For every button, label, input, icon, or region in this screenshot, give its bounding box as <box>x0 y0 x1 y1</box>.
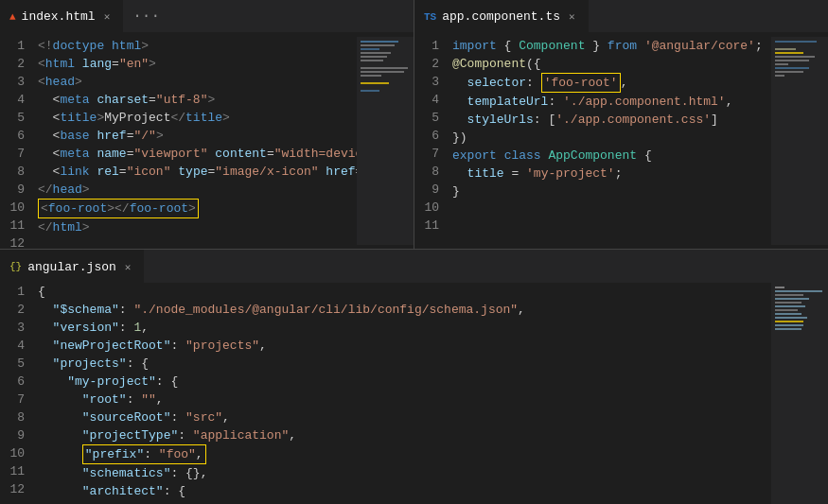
svg-rect-7 <box>361 71 404 73</box>
code-line: "version": 1, <box>38 319 771 337</box>
code-line: styleUrls: ['./app.component.css'] <box>452 111 771 129</box>
code-line: <base href="/"> <box>38 127 357 145</box>
svg-rect-23 <box>775 298 809 300</box>
svg-rect-3 <box>361 52 391 54</box>
html-icon: ▲ <box>9 11 16 23</box>
line-numbers-index-html: 123 456 789 101112 131415 <box>0 37 34 245</box>
svg-rect-0 <box>361 41 398 43</box>
code-line: "root": "", <box>38 391 771 408</box>
code-line: "$schema": "./node_modules/@angular/cli/… <box>38 301 771 319</box>
close-icon-index-html[interactable]: ✕ <box>101 9 114 24</box>
code-line: </html> <box>38 218 357 236</box>
code-line: }) <box>452 129 771 147</box>
minimap-svg <box>357 37 414 245</box>
tab-label-index-html: index.html <box>22 9 96 24</box>
svg-rect-22 <box>775 294 803 296</box>
svg-rect-17 <box>775 67 809 69</box>
code-line: <meta charset="utf-8"> <box>38 91 357 109</box>
code-line: <meta name="viewport" content="width=dev… <box>38 145 357 163</box>
code-line: "projectType": "application", <box>38 426 771 444</box>
svg-rect-20 <box>775 287 784 288</box>
svg-rect-6 <box>361 67 408 69</box>
code-line: "newProjectRoot": "projects", <box>38 337 771 355</box>
tab-label-angular-json: angular.json <box>27 260 116 274</box>
svg-rect-11 <box>775 41 817 43</box>
code-line-4-highlight: selector: 'foo-root', <box>452 73 771 93</box>
svg-rect-18 <box>775 71 803 73</box>
svg-rect-12 <box>775 48 796 50</box>
code-line: templateUrl: './app.component.html', <box>452 93 771 111</box>
code-area-index-html[interactable]: <!doctype html> <html lang="en"> <head> … <box>34 37 357 245</box>
svg-rect-14 <box>775 56 815 58</box>
more-tabs-button[interactable]: ··· <box>125 8 167 25</box>
code-line: "sourceRoot": "src", <box>38 408 771 426</box>
minimap-index-html <box>357 37 414 245</box>
code-line: "projects": { <box>38 355 771 373</box>
code-area-angular-json[interactable]: { "$schema": "./node_modules/@angular/cl… <box>34 283 771 504</box>
svg-rect-21 <box>775 290 822 292</box>
minimap-app-ts <box>771 37 828 245</box>
svg-rect-16 <box>775 63 788 65</box>
line-numbers-angular-json: 123 456 789 101112 <box>0 283 34 504</box>
code-area-app-ts[interactable]: import { Component } from '@angular/core… <box>449 37 771 245</box>
code-line: </head> <box>38 181 357 199</box>
svg-rect-25 <box>775 305 805 307</box>
svg-rect-4 <box>361 56 387 58</box>
code-line-10-highlight: "prefix": "foo", <box>38 444 771 464</box>
code-line: "my-project": { <box>38 373 771 391</box>
tab-index-html[interactable]: ▲ index.html ✕ <box>0 0 123 33</box>
code-line: <title>MyProject</title> <box>38 109 357 127</box>
code-line: } <box>452 182 771 200</box>
code-line: import { Component } from '@angular/core… <box>452 37 771 55</box>
minimap-svg-ts <box>771 37 828 245</box>
minimap-svg-json <box>771 283 828 504</box>
code-line: "architect": { <box>38 482 771 500</box>
code-line: { <box>38 283 771 301</box>
ts-icon: TS <box>424 11 436 23</box>
code-line: "schematics": {}, <box>38 464 771 482</box>
code-line: @Component({ <box>452 55 771 73</box>
json-icon: {} <box>9 261 22 272</box>
svg-rect-31 <box>775 328 802 330</box>
code-line: <head> <box>38 73 357 91</box>
tab-app-component-ts[interactable]: TS app.component.ts ✕ <box>414 0 589 33</box>
code-line: export class AppComponent { <box>452 147 771 165</box>
tab-label-app-component-ts: app.component.ts <box>442 9 560 24</box>
close-icon-angular-json[interactable]: ✕ <box>122 260 134 274</box>
svg-rect-28 <box>775 317 807 319</box>
svg-rect-26 <box>775 309 798 311</box>
svg-rect-27 <box>775 313 802 315</box>
code-line: <html lang="en"> <box>38 55 357 73</box>
svg-rect-1 <box>361 44 395 46</box>
svg-rect-13 <box>775 52 803 54</box>
svg-rect-15 <box>775 60 809 61</box>
svg-rect-10 <box>361 90 379 92</box>
minimap-angular-json <box>771 283 828 504</box>
code-line: <link rel="icon" type="image/x-icon" hre… <box>38 163 357 181</box>
svg-rect-19 <box>775 75 784 77</box>
svg-rect-5 <box>361 60 383 61</box>
svg-rect-2 <box>361 48 379 50</box>
svg-rect-29 <box>775 321 803 322</box>
svg-rect-8 <box>361 75 381 77</box>
svg-rect-9 <box>361 82 389 84</box>
code-line: <!doctype html> <box>38 37 357 55</box>
line-numbers-app-ts: 123 456 789 1011 <box>414 37 449 245</box>
svg-rect-30 <box>775 324 803 326</box>
code-line: title = 'my-project'; <box>452 165 771 182</box>
tab-angular-json[interactable]: {} angular.json ✕ <box>0 250 144 283</box>
code-line-12-highlight: <foo-root></foo-root> <box>38 199 357 218</box>
close-icon-app-component-ts[interactable]: ✕ <box>566 9 578 24</box>
svg-rect-24 <box>775 302 802 304</box>
